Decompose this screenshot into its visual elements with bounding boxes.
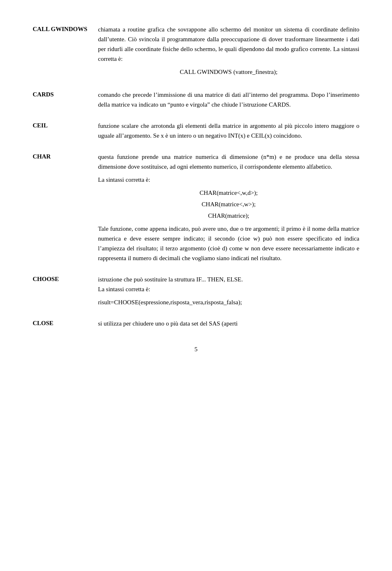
term-close: CLOSE [33, 319, 98, 328]
char-text1: questa funzione prende una matrice numer… [98, 152, 359, 172]
char-syntax-intro: La sintassi corretta è: [98, 175, 359, 185]
call-gwindows-syntax-text: CALL GWINDOWS (vattore_finestra); [98, 67, 359, 77]
cards-text: comando che precede l’immissione di una … [98, 90, 359, 109]
def-close: si utilizza per chiudere uno o più data … [98, 319, 359, 328]
char-text2: Tale funzione, come appena indicato, può… [98, 224, 359, 263]
def-cards: comando che precede l’immissione di una … [98, 90, 359, 109]
choose-syntax: risult=CHOOSE(espressione,risposta_vera,… [98, 297, 359, 307]
call-gwindows-syntax: CALL GWINDOWS (vattore_finestra); [98, 67, 359, 77]
char-syntax2: CHAR(matrice<,w>); [98, 199, 359, 209]
entry-ceil: CEIL funzione scalare che arrotonda gli … [33, 121, 359, 141]
term-char: CHAR [33, 152, 98, 263]
term-cards: CARDS [33, 90, 98, 109]
def-choose: istruzione che può sostituire la struttu… [98, 274, 359, 307]
term-choose: CHOOSE [33, 274, 98, 307]
close-text: si utilizza per chiudere uno o più data … [98, 319, 359, 328]
entry-char: CHAR questa funzione prende una matrice … [33, 152, 359, 263]
def-char: questa funzione prende una matrice numer… [98, 152, 359, 263]
page-number: 5 [33, 345, 359, 354]
def-ceil: funzione scalare che arrotonda gli eleme… [98, 121, 359, 141]
entry-close: CLOSE si utilizza per chiudere uno o più… [33, 319, 359, 328]
entry-cards: CARDS comando che precede l’immissione d… [33, 90, 359, 109]
choose-syntax-intro: La sintassi corretta è: [98, 286, 150, 292]
def-call-gwindows: chiamata a routine grafica che sovrappon… [98, 25, 359, 78]
char-syntax1: CHAR(matrice<,w,d>); [98, 188, 359, 198]
page-content: CALL GWINDOWS chiamata a routine grafica… [33, 25, 359, 354]
entry-choose: CHOOSE istruzione che può sostituire la … [33, 274, 359, 307]
call-gwindows-text1: chiamata a routine grafica che sovrappon… [98, 25, 359, 64]
entry-call-gwindows: CALL GWINDOWS chiamata a routine grafica… [33, 25, 359, 78]
char-syntax3: CHAR(matrice); [98, 211, 359, 221]
choose-text1: istruzione che può sostituire la struttu… [98, 274, 359, 294]
char-syntax-lines: CHAR(matrice<,w,d>); CHAR(matrice<,w>); … [98, 188, 359, 221]
ceil-text: funzione scalare che arrotonda gli eleme… [98, 121, 359, 141]
term-ceil: CEIL [33, 121, 98, 141]
term-call-gwindows: CALL GWINDOWS [33, 25, 98, 78]
